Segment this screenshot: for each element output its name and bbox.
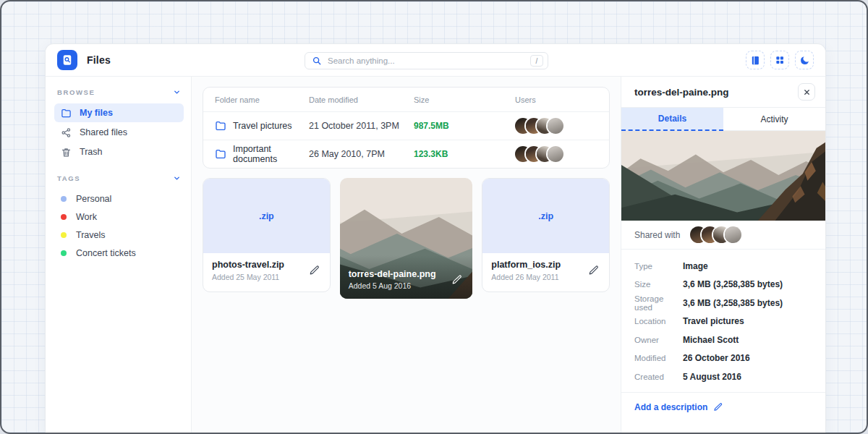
zip-preview: .zip: [203, 179, 330, 253]
column-users: Users: [515, 95, 597, 104]
size-value: 987.5MB: [414, 121, 515, 131]
browse-label: BROWSE: [57, 88, 95, 96]
brand: Files: [57, 50, 111, 70]
search-bar[interactable]: /: [305, 52, 548, 69]
tab-details[interactable]: Details: [621, 108, 723, 131]
sidebar: BROWSE My files Shared files: [46, 77, 192, 434]
dark-mode-button[interactable]: [795, 51, 814, 69]
detail-label: Type: [634, 262, 683, 271]
avatar: [725, 226, 741, 243]
file-details-list: Type Image Size 3,6 MB (3,258,385 bytes)…: [621, 250, 825, 393]
moon-icon: [799, 55, 810, 66]
folders-table: Folder name Date modified Size Users Tra…: [203, 87, 610, 169]
search-input[interactable]: [328, 56, 524, 65]
folder-icon: [61, 108, 72, 119]
panel-tabs: Details Activity: [621, 107, 825, 131]
page-title: Files: [87, 54, 111, 66]
detail-label: Storage used: [634, 294, 683, 312]
shared-avatars: [690, 226, 741, 243]
chevron-down-icon[interactable]: [173, 174, 181, 182]
zip-preview: .zip: [482, 179, 609, 253]
tag-item-work[interactable]: Work: [54, 208, 184, 226]
tag-label: Travels: [76, 230, 106, 240]
tags-label: TAGS: [57, 174, 80, 182]
sidebar-item-trash[interactable]: Trash: [54, 142, 184, 161]
add-description-label: Add a description: [634, 402, 707, 412]
detail-row-owner: Owner Michael Scott: [634, 331, 812, 349]
shared-with-label: Shared with: [634, 230, 680, 240]
file-card-torres-del-paine[interactable]: torres-del-paine.png Added 5 Aug 2016: [340, 178, 473, 299]
tag-item-travels[interactable]: Travels: [54, 226, 184, 244]
close-panel-button[interactable]: [798, 83, 815, 101]
grid-view-button[interactable]: [770, 51, 789, 69]
tag-dot-icon: [61, 250, 67, 256]
column-folder-name: Folder name: [215, 95, 309, 104]
date-modified: 21 October 2011, 3PM: [309, 121, 414, 131]
detail-value: 3,6 MB (3,258,385 bytes): [683, 298, 783, 308]
edit-pencil-icon[interactable]: [309, 265, 320, 276]
close-icon: [803, 88, 811, 96]
tag-label: Concert tickets: [76, 248, 136, 258]
tag-dot-icon: [61, 196, 67, 202]
chevron-down-icon[interactable]: [173, 88, 181, 96]
file-added-date: Added 26 May 2011: [491, 273, 600, 281]
tags-nav: Personal Work Travels Concert tickets: [54, 190, 184, 262]
users-avatars: [515, 146, 597, 162]
detail-row-modified: Modified 26 October 2016: [634, 349, 812, 368]
column-date-modified: Date modified: [309, 95, 414, 104]
file-card-platform-ios-zip[interactable]: .zip platform_ios.zip Added 26 May 2011: [482, 178, 610, 292]
sidebar-item-shared-files[interactable]: Shared files: [54, 123, 184, 142]
search-shortcut-badge: /: [530, 55, 543, 67]
sidebar-item-label: Trash: [80, 147, 103, 157]
detail-value: Michael Scott: [683, 335, 739, 345]
file-meta: platform_ios.zip Added 26 May 2011: [482, 253, 609, 292]
detail-row-type: Type Image: [634, 257, 812, 276]
detail-label: Owner: [634, 336, 683, 344]
table-header: Folder name Date modified Size Users: [203, 88, 609, 111]
panel-title: torres-del-paine.png: [634, 87, 729, 98]
main-content: Folder name Date modified Size Users Tra…: [192, 77, 621, 434]
browse-nav: My files Shared files Trash: [54, 103, 184, 161]
search-icon: [312, 56, 322, 66]
grid-icon: [775, 55, 785, 65]
share-icon: [61, 127, 72, 138]
panel-title-row: torres-del-paine.png: [621, 77, 825, 107]
file-name: torres-del-paine.png: [349, 269, 436, 279]
tag-item-concert-tickets[interactable]: Concert tickets: [54, 244, 184, 262]
app-header: Files /: [46, 44, 825, 77]
tab-activity[interactable]: Activity: [723, 108, 825, 131]
sidebar-item-my-files[interactable]: My files: [54, 103, 184, 122]
zip-extension-label: .zip: [538, 211, 553, 221]
table-row-important-documents[interactable]: Important documents 26 May 2010, 7PM 123…: [203, 140, 609, 168]
folder-icon: [215, 120, 226, 132]
table-row-travel-pictures[interactable]: Travel pictures 21 October 2011, 3PM 987…: [203, 111, 609, 140]
sidebar-section-browse: BROWSE: [54, 88, 184, 96]
file-added-date: Added 25 May 2011: [212, 273, 321, 281]
avatar: [548, 118, 563, 134]
detail-label: Modified: [634, 354, 683, 362]
file-card-photos-travel-zip[interactable]: .zip photos-travel.zip Added 25 May 2011: [203, 178, 331, 292]
sidebar-section-tags: TAGS: [54, 174, 184, 182]
tag-item-personal[interactable]: Personal: [54, 190, 184, 208]
sidebar-item-label: My files: [80, 108, 113, 118]
users-avatars: [515, 118, 597, 134]
header-actions: [746, 51, 814, 69]
detail-row-location: Location Travel pictures: [634, 312, 812, 331]
files-app-window: Files /: [45, 43, 826, 434]
avatar: [548, 146, 563, 162]
detail-value: 26 October 2016: [683, 353, 750, 363]
add-description-link[interactable]: Add a description: [621, 393, 825, 422]
edit-pencil-icon[interactable]: [451, 274, 463, 286]
detail-value: 5 August 2016: [683, 372, 741, 382]
detail-value: Image: [683, 261, 708, 271]
notebook-button[interactable]: [746, 51, 765, 69]
edit-pencil-icon[interactable]: [588, 265, 600, 276]
size-value: 123.3KB: [414, 149, 515, 159]
detail-row-created: Created 5 August 2016: [634, 367, 812, 386]
file-name: photos-travel.zip: [212, 260, 321, 270]
app-logo-icon: [57, 50, 77, 70]
desktop-background: Files /: [0, 0, 868, 434]
detail-label: Size: [634, 280, 683, 289]
folder-name: Important documents: [233, 144, 309, 164]
detail-value: Travel pictures: [683, 316, 744, 326]
